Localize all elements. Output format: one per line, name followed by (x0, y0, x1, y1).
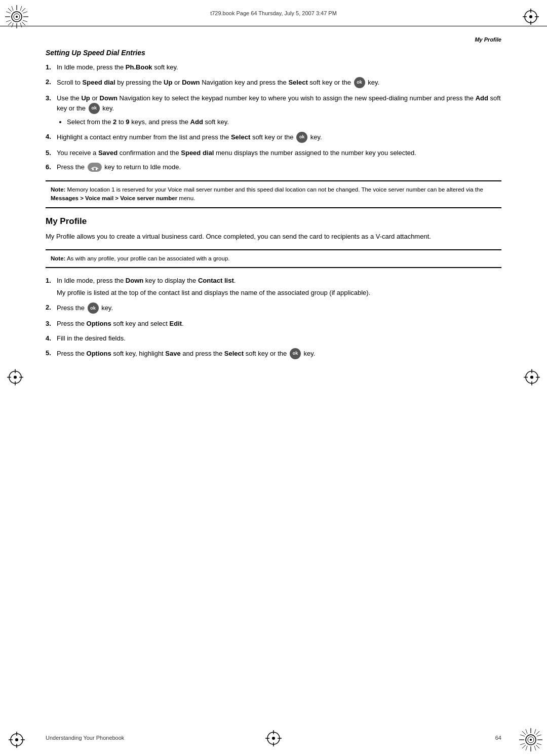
my-profile-steps: 1. In Idle mode, press the Down key to d… (46, 276, 501, 359)
profile-intro: My Profile allows you to create a virtua… (46, 232, 501, 242)
svg-line-51 (526, 746, 527, 750)
mp-step-4: 4. Fill in the desired fields. (46, 334, 501, 344)
svg-line-8 (22, 22, 25, 25)
step-4-content: Highlight a contact entry number from th… (57, 132, 501, 143)
svg-point-54 (14, 376, 17, 379)
mp-step-2-number: 2. (46, 303, 57, 314)
footer-right: 64 (495, 735, 501, 741)
step-3-bullets: Select from the 2 to 9 keys, and press t… (57, 118, 501, 127)
corner-decoration-br (517, 726, 544, 753)
mp-step-3-content: Press the Options soft key and select Ed… (57, 319, 501, 329)
mp-step-5-number: 5. (46, 349, 57, 360)
bottom-center-marker (264, 729, 283, 749)
crosshair-icon-tr (522, 8, 540, 26)
svg-line-47 (520, 735, 525, 736)
svg-line-43 (536, 731, 539, 735)
svg-line-10 (8, 22, 12, 25)
corner-decoration-bl (3, 726, 30, 753)
header-bar: t729.book Page 64 Thursday, July 5, 2007… (0, 0, 547, 26)
svg-point-29 (15, 738, 18, 741)
speed-dial-steps: 1. In Idle mode, press the Ph.Book soft … (46, 63, 501, 172)
step-3: 3. Use the Up or Down Navigation key to … (46, 94, 501, 127)
step-6-number: 6. (46, 163, 57, 172)
mp-step-1-number: 1. (46, 276, 57, 298)
mp-step-4-number: 4. (46, 334, 57, 344)
svg-line-52 (534, 746, 536, 750)
content: My Profile Setting Up Speed Dial Entries… (0, 26, 547, 386)
svg-line-15 (23, 12, 27, 13)
right-crosshair-icon (523, 368, 541, 387)
step-5-number: 5. (46, 148, 57, 158)
step-3-number: 3. (46, 94, 57, 127)
svg-line-48 (520, 743, 525, 745)
step-4-number: 4. (46, 132, 57, 143)
step-3-bullet-1: Select from the 2 to 9 keys, and press t… (67, 118, 501, 127)
header-text: t729.book Page 64 Thursday, July 5, 2007… (210, 10, 337, 16)
step-6-content: Press the key to return to Idle mode. (57, 163, 501, 172)
svg-line-16 (23, 20, 27, 22)
step-2-content: Scroll to Speed dial by pressing the Up … (57, 78, 501, 89)
step-3-content: Use the Up or Down Navigation key to sel… (57, 94, 501, 127)
note-1-text: Memory location 1 is reserved for your V… (51, 186, 483, 201)
svg-line-9 (22, 8, 25, 12)
end-key-icon (88, 163, 102, 172)
note-box-2: Note: As with any profile, your profile … (46, 249, 501, 268)
svg-point-66 (272, 737, 275, 740)
svg-line-50 (537, 743, 541, 745)
right-marker (523, 368, 541, 388)
mp-step-4-content: Fill in the desired fields. (57, 334, 501, 344)
svg-rect-26 (92, 168, 94, 170)
svg-line-42 (536, 745, 539, 748)
ok-button-inline-2: ok (354, 77, 365, 88)
mp-step-3: 3. Press the Options soft key and select… (46, 319, 501, 329)
ok-button-mp-2: ok (88, 303, 99, 314)
footer-left: Understanding Your Phonebook (46, 735, 124, 741)
mp-step-2-content: Press the ok key. (57, 303, 501, 314)
note-1-label: Note: (51, 186, 65, 193)
svg-line-12 (20, 6, 22, 11)
page: t729.book Page 64 Thursday, July 5, 2007… (0, 0, 547, 756)
svg-point-60 (530, 376, 533, 379)
sunburst-icon-br (518, 727, 543, 752)
note-2-text: As with any profile, your profile can be… (67, 255, 230, 261)
crosshair-icon-bl (8, 731, 26, 749)
ok-button-inline-4: ok (296, 132, 307, 143)
step-2-number: 2. (46, 78, 57, 89)
step-6: 6. Press the key to return to Idle mode. (46, 163, 501, 172)
mp-step-5-content: Press the Options soft key, highlight Sa… (57, 349, 501, 360)
left-crosshair-icon (6, 368, 24, 387)
svg-line-49 (537, 735, 541, 736)
bottom-crosshair-icon (264, 729, 283, 747)
step-5-content: You receive a Saved confirmation and the… (57, 148, 501, 158)
step-5: 5. You receive a Saved confirmation and … (46, 148, 501, 158)
ok-button-inline-3: ok (89, 103, 100, 114)
speed-dial-title: Setting Up Speed Dial Entries (46, 49, 501, 57)
mp-step-1-sub: My profile is listed at the top of the c… (57, 288, 501, 298)
svg-point-20 (529, 15, 532, 18)
mp-step-3-number: 3. (46, 319, 57, 329)
svg-line-11 (12, 6, 13, 11)
mp-step-2: 2. Press the ok key. (46, 303, 501, 314)
mp-step-1: 1. In Idle mode, press the Down key to d… (46, 276, 501, 298)
svg-line-44 (522, 745, 526, 748)
svg-line-13 (6, 12, 11, 13)
step-1-number: 1. (46, 63, 57, 72)
ok-button-mp-5: ok (290, 348, 301, 359)
note-2-label: Note: (51, 255, 65, 261)
svg-point-36 (530, 739, 532, 741)
section-header-right: My Profile (46, 36, 501, 43)
svg-line-7 (8, 8, 12, 12)
step-4: 4. Highlight a contact entry number from… (46, 132, 501, 143)
svg-line-45 (526, 729, 527, 734)
svg-line-14 (6, 20, 11, 22)
mp-step-5: 5. Press the Options soft key, highlight… (46, 349, 501, 360)
sunburst-icon-tl (4, 4, 29, 29)
note-box-1: Note: Memory location 1 is reserved for … (46, 180, 501, 208)
step-1: 1. In Idle mode, press the Ph.Book soft … (46, 63, 501, 72)
step-2: 2. Scroll to Speed dial by pressing the … (46, 78, 501, 89)
mp-step-1-content: In Idle mode, press the Down key to disp… (57, 276, 501, 298)
end-key-svg (89, 164, 100, 171)
svg-line-41 (522, 731, 526, 735)
my-profile-title: My Profile (46, 216, 501, 226)
svg-line-46 (534, 729, 536, 734)
